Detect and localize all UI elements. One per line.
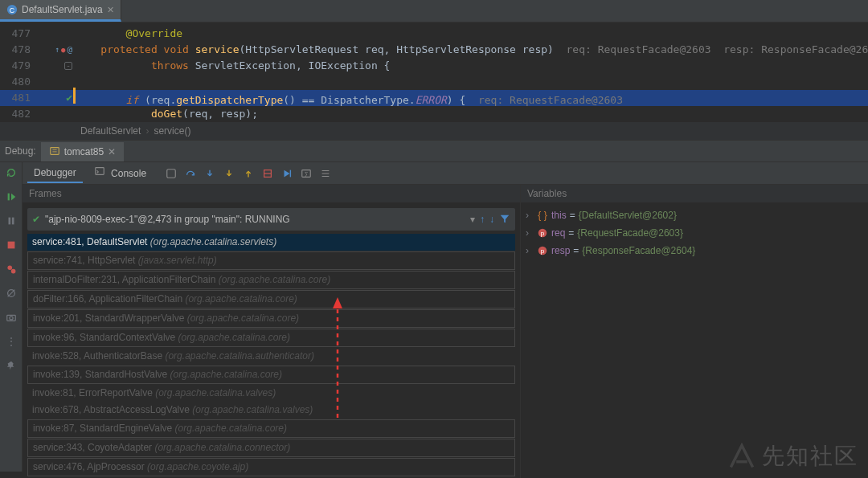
show-execution-point-icon[interactable] [166,168,177,179]
braces-icon: { } [537,210,548,221]
debug-config-tab[interactable]: tomcat85 ✕ [41,141,124,161]
line-number: 478 [0,42,35,58]
svg-point-14 [9,317,12,320]
thread-label: "ajp-nio-8009-exec-1"@2,473 in group "ma… [45,214,465,225]
svg-text:p: p [541,247,545,255]
camera-icon[interactable] [6,312,17,323]
code-editor[interactable]: 477 @Override 478 ↑ ● @ protected void s… [0,22,868,122]
evaluate-expression-icon[interactable]: ∑ [301,168,312,179]
frame-item[interactable]: invoke:87, StandardEngineValve (org.apac… [27,419,515,438]
svg-rect-15 [95,168,104,175]
hierarchy-icon[interactable]: ● [61,42,65,58]
gutter[interactable]: ✔ [35,90,76,106]
next-frame-icon[interactable]: ↓ [489,214,494,225]
svg-point-9 [7,265,12,270]
force-step-into-icon[interactable] [223,168,235,179]
step-over-icon[interactable] [185,168,196,179]
close-icon[interactable]: ✕ [108,146,116,157]
step-into-icon[interactable] [204,168,215,179]
close-icon[interactable]: ✕ [107,5,114,15]
frame-item[interactable]: invoke:678, AbstractAccessLogValve (org.… [27,402,515,419]
view-breakpoints-icon[interactable] [6,264,17,275]
parameter-icon: p [537,245,548,256]
frame-item[interactable]: internalDoFilter:231, ApplicationFilterC… [27,271,515,289]
frame-item[interactable]: invoke:528, AuthenticatorBase (org.apach… [27,348,515,365]
run-to-cursor-icon[interactable] [281,168,293,179]
variables-title: Variables [521,185,868,203]
editor-tab-defaultservlet[interactable]: C DefaultServlet.java ✕ [0,0,121,22]
frame-item[interactable]: doFilter:166, ApplicationFilterChain (or… [27,290,515,308]
current-execution-line: 481 ✔ if (req.getDispatcherType() == Dis… [0,90,868,106]
chevron-right-icon[interactable]: › [526,206,534,224]
svg-rect-8 [7,242,14,249]
variable-name: this [551,206,567,224]
rerun-icon[interactable] [6,167,17,178]
debugger-toolbar: Debugger Console ∑ [23,162,868,185]
frame-item[interactable]: service:343, CoyoteAdapter (org.apache.c… [27,439,515,457]
frame-item[interactable]: service:481, DefaultServlet (org.apache.… [27,234,515,251]
debug-toolwindow-header: Debug: tomcat85 ✕ [0,140,868,162]
line-number: 480 [0,74,35,90]
frame-item[interactable]: invoke:201, StandardWrapperValve (org.ap… [27,309,515,328]
trace-icon[interactable] [320,168,331,179]
svg-text:C: C [10,6,14,14]
chevron-down-icon[interactable]: ▾ [470,214,475,225]
frames-panel: Frames ✔ "ajp-nio-8009-exec-1"@2,473 in … [23,185,521,478]
chevron-right-icon[interactable]: › [526,242,534,259]
variable-value: {ResponseFacade@2604} [582,242,695,259]
tab-debugger[interactable]: Debugger [27,164,83,183]
debug-left-rail: ⋮ [0,162,23,472]
variable-list[interactable]: ›{ }this = {DefaultServlet@2602}›preq = … [521,203,868,263]
pause-icon[interactable] [6,215,17,227]
tomcat-icon [49,145,60,159]
variable-name: resp [551,242,570,259]
breadcrumb-method[interactable]: service() [154,125,190,137]
frame-item[interactable]: invoke:96, StandardContextValve (org.apa… [27,329,515,347]
gutter[interactable]: - [35,62,76,70]
frame-item[interactable]: invoke:139, StandardHostValve (org.apach… [27,366,515,384]
java-class-icon: C [6,4,18,15]
frame-item[interactable]: service:741, HttpServlet (javax.servlet.… [27,251,515,270]
checkmark-icon: ✔ [66,90,72,106]
gutter[interactable]: ↑ ● @ [35,42,76,58]
resume-icon[interactable] [6,191,17,202]
drop-frame-icon[interactable] [262,168,273,179]
parameter-icon: p [537,227,548,239]
stop-icon[interactable] [6,239,17,251]
variable-value: {RequestFacade@2603} [577,224,683,242]
frame-item[interactable]: service:476, AjpProcessor (org.apache.co… [27,458,515,476]
chevron-right-icon: › [145,125,149,137]
svg-text:∑: ∑ [305,170,309,177]
pin-icon[interactable] [6,360,17,371]
tab-debugger-label: Debugger [34,167,76,178]
debug-config-label: tomcat85 [64,146,104,157]
breadcrumb-class[interactable]: DefaultServlet [80,125,141,137]
svg-rect-16 [167,169,176,178]
settings-icon[interactable]: ⋮ [6,336,16,347]
override-up-icon[interactable]: ↑ [55,42,59,58]
frame-item[interactable]: invoke:81, ErrorReportValve (org.apache.… [27,385,515,402]
frames-title: Frames [23,185,520,203]
filter-icon[interactable] [499,213,510,227]
variable-value: {DefaultServlet@2602} [579,206,677,224]
breadcrumb[interactable]: DefaultServlet › service() [0,122,868,140]
line-number: 479 [0,58,35,74]
thread-selector[interactable]: ✔ "ajp-nio-8009-exec-1"@2,473 in group "… [27,208,515,231]
variable-row[interactable]: ›preq = {RequestFacade@2603} [526,224,863,242]
console-icon [94,168,108,179]
variable-row[interactable]: ›presp = {ResponseFacade@2604} [526,242,863,259]
prev-frame-icon[interactable]: ↑ [480,214,485,225]
svg-point-10 [10,269,15,274]
expand-icon[interactable]: @ [67,42,72,58]
chevron-right-icon[interactable]: › [526,224,534,242]
frame-list[interactable]: service:481, DefaultServlet (org.apache.… [23,234,520,478]
watermark-text: 先知社区 [762,441,858,472]
watermark: 先知社区 [728,441,858,472]
variable-row[interactable]: ›{ }this = {DefaultServlet@2602} [526,206,863,224]
tab-console[interactable]: Console [88,162,153,184]
mute-breakpoints-icon[interactable] [6,288,17,299]
debug-window-label: Debug: [5,145,36,157]
step-out-icon[interactable] [243,168,254,179]
collapse-icon[interactable]: - [64,62,72,70]
checkmark-icon: ✔ [32,214,40,225]
